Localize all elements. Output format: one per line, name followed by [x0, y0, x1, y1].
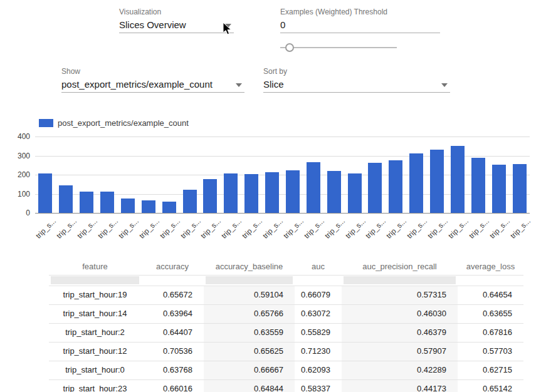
- bar[interactable]: [100, 192, 114, 213]
- feature-cell: trip_start_hour:14: [49, 305, 141, 323]
- metric-cell: 0.64407: [141, 324, 204, 342]
- bar[interactable]: [244, 174, 258, 213]
- metric-cell: 0.64654: [458, 286, 523, 304]
- bar[interactable]: [307, 162, 320, 213]
- column-header[interactable]: auc_precision_recall: [342, 258, 458, 275]
- metric-cell: 0.66016: [141, 380, 204, 392]
- table-row: trip_start_hour:120.705360.656250.712300…: [49, 343, 523, 361]
- filter-input: [460, 276, 522, 284]
- metric-cell: 0.63072: [295, 305, 342, 323]
- chart-plot: [35, 137, 530, 214]
- filter-cell: [141, 276, 204, 286]
- column-header[interactable]: accuracy: [141, 258, 204, 275]
- metric-cell: 0.57315: [342, 286, 458, 304]
- feature-cell: trip_start_hour:19: [49, 286, 141, 304]
- bar[interactable]: [224, 173, 238, 213]
- bar[interactable]: [430, 150, 444, 213]
- y-axis-tick: 200: [8, 170, 30, 179]
- metric-cell: 0.67816: [458, 324, 523, 342]
- bar[interactable]: [142, 200, 155, 213]
- feature-cell: trip_start_hour:23: [49, 380, 141, 392]
- metric-cell: 0.58337: [295, 380, 342, 392]
- metric-cell: 0.65766: [204, 305, 295, 323]
- column-header[interactable]: accuracy_baseline: [204, 258, 295, 275]
- bar[interactable]: [162, 202, 176, 213]
- bar[interactable]: [389, 160, 402, 213]
- metric-cell: 0.63964: [141, 305, 204, 323]
- bar[interactable]: [451, 146, 465, 213]
- bar[interactable]: [121, 199, 135, 213]
- metrics-table: featureaccuracyaccuracy_baselineaucauc_p…: [49, 258, 523, 392]
- metric-cell: 0.55829: [295, 324, 342, 342]
- bar[interactable]: [265, 172, 279, 213]
- metric-cell: 0.62093: [295, 361, 342, 379]
- bar[interactable]: [471, 158, 485, 213]
- metric-cell: 0.70536: [141, 343, 204, 361]
- table-row: trip_start_hour:20.644070.635590.558290.…: [49, 324, 523, 343]
- column-header[interactable]: auc: [295, 258, 342, 275]
- bar[interactable]: [80, 192, 93, 213]
- metric-cell: 0.42289: [342, 361, 458, 379]
- metric-cell: 0.59104: [204, 286, 295, 304]
- metric-cell: 0.65672: [141, 286, 204, 304]
- bar[interactable]: [348, 173, 362, 213]
- metric-cell: 0.44173: [342, 380, 458, 392]
- bar[interactable]: [368, 163, 382, 213]
- feature-cell: trip_start_hour:0: [49, 361, 141, 379]
- bar[interactable]: [203, 179, 217, 213]
- bar[interactable]: [409, 153, 423, 213]
- y-axis-tick: 400: [8, 132, 30, 141]
- filter-input: [297, 276, 340, 284]
- metric-cell: 0.65625: [204, 343, 295, 361]
- table-row: trip_start_hour:00.637680.666670.620930.…: [49, 361, 523, 380]
- metric-cell: 0.66667: [204, 361, 295, 379]
- table-row: trip_start_hour:190.656720.591040.660790…: [49, 286, 523, 305]
- metric-cell: 0.62715: [458, 361, 523, 379]
- table-header-row: featureaccuracyaccuracy_baselineaucauc_p…: [49, 258, 523, 276]
- table-filter-row: [49, 276, 523, 286]
- column-header[interactable]: feature: [49, 258, 141, 275]
- filter-input[interactable]: [206, 276, 293, 284]
- y-axis-tick: 100: [8, 190, 30, 199]
- metric-cell: 0.46030: [342, 305, 458, 323]
- gridline: [35, 137, 530, 137]
- metric-cell: 0.71230: [295, 343, 342, 361]
- y-axis-tick: 300: [8, 152, 30, 160]
- filter-cell: [204, 276, 295, 286]
- bar[interactable]: [183, 190, 197, 213]
- metric-cell: 0.66079: [295, 286, 342, 304]
- table-row: trip_start_hour:140.639640.657660.630720…: [49, 305, 523, 324]
- bar-chart: 0100200300400trip_s...trip_s...trip_s...…: [0, 0, 541, 250]
- filter-cell: [295, 276, 342, 286]
- metric-cell: 0.63768: [141, 361, 204, 379]
- column-header[interactable]: average_loss: [458, 258, 523, 275]
- feature-cell: trip_start_hour:2: [49, 324, 141, 342]
- filter-cell: [49, 276, 141, 286]
- feature-cell: trip_start_hour:12: [49, 343, 141, 361]
- metric-cell: 0.57907: [342, 343, 458, 361]
- table-row: trip_start_hour:230.660160.648440.583370…: [49, 380, 523, 392]
- metric-cell: 0.57703: [458, 343, 523, 361]
- bar[interactable]: [327, 171, 341, 213]
- bar[interactable]: [513, 164, 527, 213]
- bar[interactable]: [286, 170, 300, 213]
- metric-cell: 0.63655: [458, 305, 523, 323]
- filter-cell: [342, 276, 458, 286]
- y-axis-tick: 0: [8, 209, 30, 217]
- bar[interactable]: [38, 173, 52, 213]
- filter-input[interactable]: [51, 276, 139, 284]
- bar[interactable]: [59, 185, 73, 213]
- filter-cell: [458, 276, 523, 286]
- filter-input: [143, 276, 202, 284]
- filter-input[interactable]: [344, 276, 456, 284]
- metric-cell: 0.65142: [458, 380, 523, 392]
- bar[interactable]: [492, 165, 506, 213]
- metric-cell: 0.46379: [342, 324, 458, 342]
- metric-cell: 0.63559: [204, 324, 295, 342]
- metric-cell: 0.64844: [204, 380, 295, 392]
